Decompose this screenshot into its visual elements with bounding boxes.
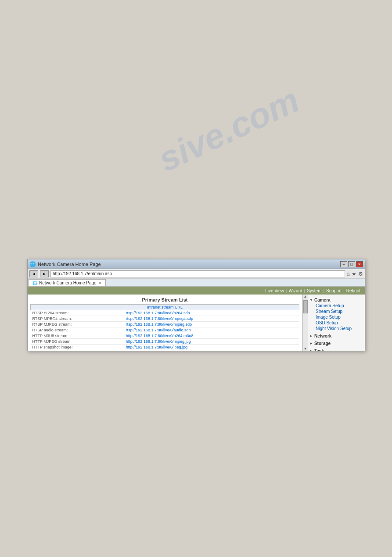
title-bar-left: 🌐 Network Camera Home Page (29, 261, 101, 267)
table-row: HTTP MJPEG stream: http://192.168.1.7:80… (31, 339, 299, 345)
main-content: Primary Stream List Intranet stream URL … (28, 295, 365, 351)
reboot-link[interactable]: Reboot (345, 288, 362, 293)
sidebar-network-header[interactable]: ► Network (309, 333, 363, 339)
scroll-up-arrow[interactable]: ▲ (303, 295, 308, 298)
left-panel-container: Primary Stream List Intranet stream URL … (28, 295, 308, 351)
tab-icon: 🌐 (32, 281, 37, 285)
maximize-button[interactable]: □ (348, 261, 355, 267)
title-bar-buttons: − □ ✕ (340, 261, 363, 267)
network-arrow-icon: ► (309, 334, 313, 338)
table-row: RTSP MJPEG stream: rtsp://192.168.1.7:80… (31, 322, 299, 327)
browser-tab[interactable]: 🌐 Network Camera Home Page ✕ (29, 279, 106, 286)
address-icons: ⌂ ★ ⚙ (347, 271, 363, 277)
panel-title: Primary Stream List (30, 297, 299, 302)
sidebar-item-osd-setup[interactable]: OSD Setup (309, 320, 363, 326)
browser-icon: 🌐 (29, 261, 36, 267)
title-bar: 🌐 Network Camera Home Page − □ ✕ (28, 259, 365, 269)
settings-icon[interactable]: ⚙ (358, 271, 363, 277)
table-row: HTTP M3U8 stream: http://192.168.1.7:80/… (31, 333, 299, 339)
sidebar-storage-header[interactable]: ► Storage (309, 341, 363, 346)
sidebar-task-header[interactable]: ► Task (309, 348, 363, 351)
table-row: RTMP H.264 stream: rtmp://192.168.1.7:80… (31, 350, 299, 351)
support-link[interactable]: Support (324, 288, 343, 293)
table-row: RTSP H.264 stream: rtsp://192.168.1.7:80… (31, 310, 299, 316)
watermark: sive.com (152, 80, 306, 180)
table-row: RTSP MPEG4 stream: rtsp://192.168.1.7:80… (31, 316, 299, 322)
scroll-thumb[interactable] (303, 300, 308, 313)
system-link[interactable]: System (305, 288, 323, 293)
address-input[interactable] (50, 270, 345, 277)
forward-button[interactable]: ► (40, 270, 49, 277)
back-button[interactable]: ◄ (29, 270, 38, 277)
sidebar-network-section: ► Network (309, 333, 363, 339)
live-view-link[interactable]: Live View (263, 288, 286, 293)
table-row: RTSP audio stream: rtsp://192.168.1.7:80… (31, 327, 299, 333)
stream-table: Intranet stream URL RTSP H.264 stream: r… (30, 304, 299, 351)
tab-close-button[interactable]: ✕ (98, 281, 102, 285)
home-icon[interactable]: ⌂ (347, 271, 350, 277)
sidebar-item-image-setup[interactable]: Image Setup (309, 314, 363, 320)
camera-label: Camera (314, 298, 331, 302)
storage-label: Storage (314, 341, 331, 346)
sidebar-item-night-vision-setup[interactable]: Night Vision Setup (309, 326, 363, 331)
sidebar-storage-section: ► Storage (309, 341, 363, 346)
nav-links-bar: Live View | Wizard | System | Support | … (28, 287, 365, 295)
favorites-icon[interactable]: ★ (352, 271, 356, 277)
sidebar-camera-header[interactable]: ▼ Camera (309, 297, 363, 303)
intranet-section-header: Intranet stream URL (31, 305, 299, 310)
camera-arrow-icon: ▼ (309, 298, 313, 302)
scroll-down-arrow[interactable]: ▼ (303, 347, 308, 351)
task-arrow-icon: ► (309, 349, 313, 351)
network-label: Network (314, 334, 331, 338)
table-row: HTTP snapshot image: http://192.168.1.7:… (31, 345, 299, 350)
sidebar-item-camera-setup[interactable]: Camera Setup (309, 303, 363, 309)
address-bar: ◄ ► ⌂ ★ ⚙ (28, 269, 365, 279)
minimize-button[interactable]: − (340, 261, 347, 267)
wizard-link[interactable]: Wizard (287, 288, 304, 293)
browser-window: 🌐 Network Camera Home Page − □ ✕ ◄ ► ⌂ ★… (27, 259, 365, 351)
scrollbar[interactable]: ▲ ▼ (302, 295, 308, 351)
tab-label: Network Camera Home Page (39, 280, 97, 285)
right-sidebar: ▼ Camera Camera Setup Stream Setup Image… (308, 295, 365, 351)
sidebar-camera-section: ▼ Camera Camera Setup Stream Setup Image… (309, 297, 363, 331)
browser-title: Network Camera Home Page (38, 262, 101, 267)
storage-arrow-icon: ► (309, 341, 313, 345)
sidebar-item-stream-setup[interactable]: Stream Setup (309, 309, 363, 314)
task-label: Task (314, 349, 324, 351)
sidebar-task-section: ► Task (309, 348, 363, 351)
tab-bar: 🌐 Network Camera Home Page ✕ (28, 279, 365, 287)
left-panel: Primary Stream List Intranet stream URL … (28, 295, 302, 351)
close-button[interactable]: ✕ (356, 261, 363, 267)
